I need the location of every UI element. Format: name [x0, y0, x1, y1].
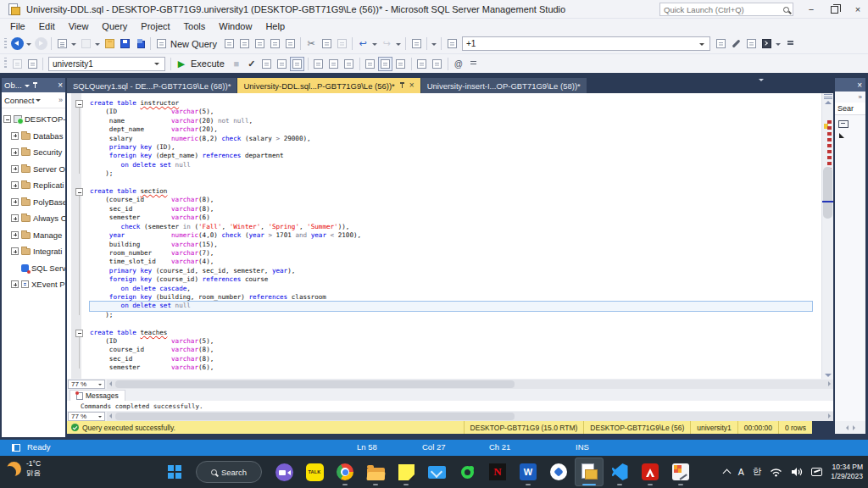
new-query-button[interactable]: New Query	[170, 39, 217, 49]
scroll-left-icon[interactable]	[846, 425, 849, 430]
table-edit-icon[interactable]	[364, 58, 376, 70]
collapse-icon[interactable]	[3, 115, 11, 123]
query-doc-dmx-icon[interactable]	[253, 37, 266, 50]
scrollbar-thumb[interactable]	[115, 380, 515, 388]
scroll-right-icon[interactable]	[828, 413, 831, 419]
collapse-region-icon[interactable]	[75, 100, 83, 108]
stop-icon[interactable]: ■	[230, 58, 242, 70]
acrobat-icon[interactable]	[636, 458, 665, 486]
ime-korean-indicator[interactable]: 한	[753, 466, 762, 478]
editor-horizontal-scrollbar[interactable]	[107, 380, 833, 389]
forward-arrow-icon[interactable]	[35, 37, 47, 50]
db-copy-icon[interactable]	[342, 58, 355, 70]
query-doc-bak-icon[interactable]	[284, 37, 297, 50]
editor-zoom-combobox[interactable]: 77 %	[68, 380, 105, 389]
scroll-right-icon[interactable]	[853, 425, 855, 430]
chrome-icon[interactable]	[331, 458, 359, 486]
code-line[interactable]: room_number varchar(7),	[90, 249, 812, 258]
pin-icon[interactable]	[32, 82, 38, 89]
db-check-icon[interactable]	[327, 58, 340, 70]
video-call-icon[interactable]	[270, 458, 298, 486]
expand-icon[interactable]	[11, 148, 19, 156]
tree-item-replicati[interactable]: Replicati	[2, 177, 65, 194]
object-explorer-titlebar[interactable]: Ob... ×	[2, 78, 65, 92]
close-icon[interactable]: ×	[58, 81, 63, 90]
editor-vertical-scrollbar[interactable]	[821, 93, 833, 379]
search-icon[interactable]	[783, 7, 789, 13]
word-icon[interactable]: W	[514, 458, 542, 486]
tree-item-security[interactable]: Security	[2, 144, 65, 161]
restore-button[interactable]	[831, 6, 838, 14]
code-line[interactable]: sec_id varchar(8),	[90, 355, 812, 363]
expand-icon[interactable]	[11, 231, 19, 239]
overflow-icon[interactable]	[467, 58, 480, 70]
expand-icon[interactable]	[11, 198, 19, 206]
menu-file[interactable]: File	[3, 19, 32, 33]
folder-closed-icon[interactable]	[80, 37, 92, 50]
code-line[interactable]: foreign key (building, room_number) refe…	[90, 293, 812, 302]
code-line[interactable]: (ID varchar(5),	[90, 108, 812, 116]
overflow-icon[interactable]	[784, 37, 797, 50]
database-combobox[interactable]: university1	[48, 57, 165, 71]
connect-plug-icon[interactable]	[26, 58, 39, 70]
copy-icon[interactable]	[320, 37, 333, 50]
picpick-icon[interactable]	[666, 458, 695, 486]
chevron-down-icon[interactable]	[431, 43, 437, 48]
code-line[interactable]: sec_id varchar(8),	[90, 205, 812, 214]
expand-icon[interactable]	[11, 181, 19, 189]
expand-icon[interactable]	[11, 247, 19, 255]
expand-icon[interactable]	[11, 132, 19, 140]
menu-edit[interactable]: Edit	[32, 19, 62, 33]
vscode-icon[interactable]	[605, 458, 634, 486]
chevron-down-icon[interactable]	[776, 43, 781, 48]
side-panel-search[interactable]: Sear	[835, 103, 865, 115]
chevron-down-icon[interactable]	[36, 99, 41, 104]
code-line[interactable]: on delete set null	[90, 161, 812, 169]
code-line[interactable]: on delete cascade,	[90, 285, 812, 293]
chevron-down-icon[interactable]	[95, 43, 100, 48]
taskbar-clock[interactable]: 10:34 PM 1/29/2023	[831, 463, 863, 482]
code-line[interactable]: (ID varchar(5),	[90, 337, 812, 346]
tree-item-server-o[interactable]: Server O	[2, 161, 65, 178]
back-arrow-icon[interactable]	[11, 37, 24, 50]
zoom-level-combobox[interactable]: +1	[462, 36, 710, 51]
tree-item-sql-serv[interactable]: SQL Serv	[2, 260, 65, 277]
code-line[interactable]: create table instructor	[90, 99, 812, 108]
window-position-icon[interactable]	[25, 85, 30, 90]
collapse-region-icon[interactable]	[75, 188, 83, 196]
code-line[interactable]: foreign key (dept_name) references depar…	[90, 152, 812, 160]
save-icon[interactable]	[119, 37, 131, 50]
code-line[interactable]: salary numeric(8,2) check (salary > 2900…	[90, 135, 812, 143]
splitter-grip-icon[interactable]	[824, 94, 832, 99]
code-line[interactable]: semester varchar(6)	[90, 214, 812, 222]
execute-button[interactable]: Execute	[191, 58, 225, 69]
menu-tools[interactable]: Tools	[177, 19, 213, 33]
code-line[interactable]	[90, 179, 812, 187]
new-file-icon[interactable]	[56, 37, 69, 50]
menu-window[interactable]: Window	[212, 19, 259, 33]
messages-pane[interactable]: Commands completed successfully.	[67, 401, 833, 411]
sticky-notes-icon[interactable]	[392, 458, 420, 486]
scroll-right-icon[interactable]	[828, 381, 831, 386]
wrench-icon[interactable]	[730, 37, 743, 50]
debug-db-icon[interactable]	[260, 58, 273, 70]
wifi-icon[interactable]	[770, 468, 782, 477]
query-doc-icon[interactable]	[223, 37, 236, 50]
document-tab[interactable]: University-DDL.sql...P-GBT71G9\Le (56))*…	[237, 78, 420, 93]
tree-item-polybase[interactable]: PolyBase	[2, 194, 65, 211]
code-line[interactable]: );	[90, 311, 812, 319]
code-line[interactable]: create table teaches	[90, 329, 812, 337]
paste-icon[interactable]	[336, 37, 348, 50]
tree-item-always-o[interactable]: Always O	[2, 210, 65, 227]
save-all-icon[interactable]	[134, 37, 147, 50]
hidden-icons-chevron[interactable]	[722, 469, 731, 478]
scroll-left-icon[interactable]	[109, 413, 112, 419]
code-line[interactable]	[90, 319, 812, 328]
query-doc-xmla-icon[interactable]	[269, 37, 281, 50]
messages-zoom-combobox[interactable]: 77 %	[68, 412, 105, 421]
collapse-region-icon[interactable]	[75, 330, 83, 337]
quick-launch-box[interactable]	[659, 3, 793, 16]
export-window-icon[interactable]	[715, 37, 727, 50]
results-text-icon[interactable]	[275, 58, 288, 70]
toolbox-icon[interactable]	[745, 37, 758, 50]
